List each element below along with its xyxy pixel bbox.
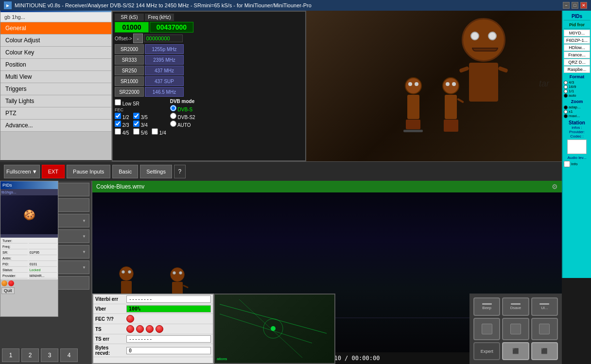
main-video-content: tar xyxy=(306,11,564,161)
zoom-x1[interactable]: x1 xyxy=(564,109,590,114)
preset-freq-437[interactable]: 437 MHz xyxy=(145,66,184,75)
pid-item-4[interactable]: QRZ D... xyxy=(564,59,590,66)
preset-sr1000[interactable]: SR1000 xyxy=(115,76,144,86)
fec-led xyxy=(126,315,134,323)
page-1-button[interactable]: 1 xyxy=(2,348,19,362)
preset-sr333[interactable]: SR333 xyxy=(115,55,144,65)
zoom-adap[interactable]: adap... xyxy=(564,105,590,109)
offset-minus-button[interactable]: - xyxy=(133,34,143,43)
minimize-button[interactable]: − xyxy=(563,2,570,9)
ts-err-value: -------- xyxy=(126,335,211,343)
table-row: Freq: xyxy=(1,244,57,249)
pause-button[interactable]: Pause Inputs xyxy=(67,165,110,178)
sidebar-item-ptz[interactable]: PTZ xyxy=(0,107,111,120)
big-button-2[interactable]: ⬛ xyxy=(531,342,558,360)
sidebar-item-tally-lights[interactable]: Tally Lights xyxy=(0,95,111,107)
sidebar-item-multiview[interactable]: Multi View xyxy=(0,71,111,83)
preview-subtitle: tb1hgs... xyxy=(0,189,58,195)
hw-btn-empty-3[interactable] xyxy=(531,318,558,340)
provider-label: Provider: xyxy=(564,130,590,134)
pid-item-0[interactable]: M0YD... xyxy=(564,30,590,36)
big-button-1[interactable]: ⬛ xyxy=(502,342,529,360)
sidebar-item-advance[interactable]: Advance... xyxy=(0,120,111,132)
fec-12[interactable] xyxy=(115,113,121,119)
sr-input[interactable] xyxy=(115,22,149,33)
preset-sr22000[interactable]: SR22000 xyxy=(115,87,144,97)
sidebar-item-label: PTZ xyxy=(5,110,17,117)
sidebar-item-general[interactable]: General xyxy=(0,22,111,35)
sidebar-item-colour-adjust[interactable]: Colour Adjust xyxy=(0,35,111,47)
format-11[interactable]: 1/1 xyxy=(564,89,590,93)
offset-label: Offset-> xyxy=(115,36,132,41)
fec-56[interactable] xyxy=(133,128,139,135)
dvb-s-radio[interactable] xyxy=(170,105,176,111)
fec-14[interactable] xyxy=(152,128,158,135)
preset-freq-437sup[interactable]: 437 SUP xyxy=(145,76,184,86)
dvb-s2-radio[interactable] xyxy=(170,113,176,119)
fullscreen-arrow-icon: ▼ xyxy=(32,169,37,174)
preset-freq-146[interactable]: 146.5 MHz xyxy=(145,87,184,97)
format-169[interactable]: 16/9 xyxy=(564,85,590,89)
ul-label: Ul... xyxy=(541,306,548,310)
sidebar-item-triggers[interactable]: Triggers xyxy=(0,83,111,95)
maximize-button[interactable]: □ xyxy=(572,2,578,9)
app-icon: ▶ xyxy=(4,1,12,9)
radio-dot-169 xyxy=(564,85,568,89)
settings-button[interactable]: Settings xyxy=(140,165,172,178)
ext-button[interactable]: EXT xyxy=(42,165,65,178)
expert-button[interactable]: Expert xyxy=(473,342,500,360)
freq-input[interactable] xyxy=(150,22,193,33)
stage-bg xyxy=(403,77,459,132)
dvb-auto-radio[interactable] xyxy=(170,121,176,127)
page-3-button[interactable]: 3 xyxy=(41,348,58,362)
basic-button[interactable]: Basic xyxy=(112,165,138,178)
beep-label: Beep xyxy=(482,306,491,310)
format-43[interactable]: 4/3 xyxy=(564,80,590,85)
page-4-button[interactable]: 4 xyxy=(60,348,78,362)
help-button[interactable]: ? xyxy=(174,165,186,178)
hw-btn-empty-1[interactable] xyxy=(473,318,500,340)
pid-item-1[interactable]: F6DZP-1... xyxy=(564,37,590,44)
close-button[interactable]: ✕ xyxy=(580,2,587,9)
fec-45[interactable] xyxy=(115,128,121,135)
beep-button[interactable]: Beep xyxy=(473,297,500,316)
ul-button[interactable]: Ul... xyxy=(531,297,558,316)
offset-value[interactable] xyxy=(144,35,183,42)
info-checkbox[interactable] xyxy=(564,161,570,167)
pid-item-5[interactable]: Raspbe... xyxy=(564,66,590,73)
fec-34[interactable] xyxy=(133,121,139,127)
sidebar-item-label: Colour Adjust xyxy=(5,37,40,44)
fec-23[interactable] xyxy=(115,121,121,127)
table-row: Tuner: xyxy=(1,239,57,243)
map-svg xyxy=(215,295,334,363)
video-settings-icon[interactable]: ⚙ xyxy=(552,183,558,191)
low-sr-checkbox[interactable] xyxy=(115,99,121,105)
radio-dot-adap xyxy=(564,105,568,109)
sidebar-item-colour-key[interactable]: Colour Key xyxy=(0,47,111,59)
button-panel: Beep Dsave Ul... Expert ⬛ ⬛ xyxy=(469,294,562,364)
radio-dot-x1 xyxy=(564,110,568,114)
fullscreen-dropdown[interactable]: Fullscreen ▼ xyxy=(4,165,40,178)
zoom-maxi[interactable]: maxi... xyxy=(564,114,590,118)
pid-item-2[interactable]: HDlow... xyxy=(564,44,590,51)
preset-sr250[interactable]: SR250 xyxy=(115,66,144,75)
preset-freq-1255[interactable]: 1255p MHz xyxy=(145,44,184,54)
window-title: MINITIOUNE v0.8s - Receiver/Analyser DVB… xyxy=(15,2,563,8)
pid-item-3[interactable]: France... xyxy=(564,52,590,58)
preset-freq-2395[interactable]: 2395 MHz xyxy=(145,55,184,65)
page-2-button[interactable]: 2 xyxy=(21,348,39,362)
preview-video-bg: 🍪 xyxy=(0,195,58,234)
radio-dot-11 xyxy=(564,89,568,93)
sidebar-item-position[interactable]: Position xyxy=(0,59,111,71)
sidebar-item-label: Triggers xyxy=(5,86,27,92)
quit-button[interactable]: Quit xyxy=(1,287,15,294)
format-auto[interactable]: auto xyxy=(564,93,590,98)
preview-led-red xyxy=(8,280,14,286)
hw-btn-empty-2[interactable] xyxy=(502,318,529,340)
preset-sr2000[interactable]: SR2000 xyxy=(115,44,144,54)
hw-icon-2 xyxy=(510,324,521,334)
fullscreen-label: Fullscreen xyxy=(6,169,31,174)
fec-35[interactable] xyxy=(133,113,139,119)
dsave-button[interactable]: Dsave xyxy=(502,297,529,316)
codec-display xyxy=(567,139,587,154)
